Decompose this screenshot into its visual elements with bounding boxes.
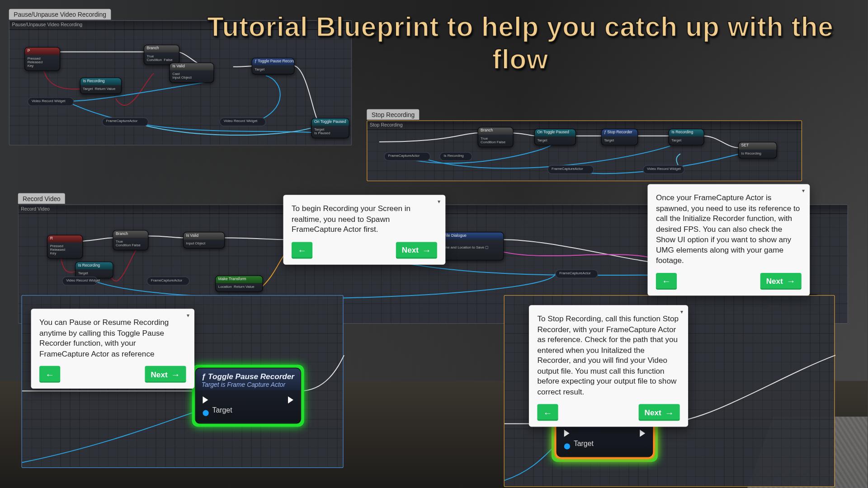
close-icon[interactable]: ▾ <box>187 312 190 318</box>
node-isrecording-stop[interactable]: Is RecordingTarget <box>669 129 704 145</box>
next-button[interactable]: Next→ <box>145 366 186 383</box>
var-video-widget-stop[interactable]: Video Record Widget <box>643 165 684 174</box>
callout-stop: ▾ To Stop Recording, call this function … <box>529 305 688 427</box>
next-button[interactable]: Next→ <box>396 242 437 258</box>
exec-in-pin[interactable] <box>564 430 570 437</box>
exec-in-pin[interactable] <box>203 396 208 404</box>
var-framecapture-stop-1[interactable]: FrameCaptureActor <box>384 152 430 161</box>
node-on-toggle-paused-stop[interactable]: On Toggle PausedTarget <box>534 129 576 145</box>
var-video-widget-1[interactable]: Video Record Widget <box>28 97 74 106</box>
var-framecapture-stop-2[interactable]: FrameCaptureActor <box>547 165 594 174</box>
target-pin[interactable] <box>203 410 208 416</box>
callout-text: You can Pause or Resume Recording anytim… <box>39 317 186 359</box>
fn-icon: ƒ <box>202 372 208 381</box>
callout-text: Once your FrameCapture Actor is spawned,… <box>656 192 802 266</box>
callout-initialize: ▾ Once your FrameCapture Actor is spawne… <box>647 184 810 296</box>
target-pin[interactable] <box>564 443 570 449</box>
arrow-left-icon: ← <box>543 408 552 417</box>
back-button[interactable]: ← <box>537 404 558 421</box>
close-icon[interactable]: ▾ <box>680 309 684 314</box>
var-video-widget-2[interactable]: Video Record Widget <box>219 117 266 127</box>
node-isvalid-2[interactable]: Is RecordingTarget Return Value <box>80 77 122 94</box>
node-stop-recorder-small[interactable]: ƒ Stop RecorderTarget <box>601 129 638 145</box>
exec-out-pin[interactable] <box>288 396 293 404</box>
node-input-event-r[interactable]: RPressedReleasedKey <box>47 235 83 259</box>
callout-begin: ▾ To begin Recording your Screen in real… <box>283 195 446 264</box>
var-vw-rec[interactable]: Video Record Widget <box>62 277 98 286</box>
node-isvalid-1[interactable]: Is ValidCastInput Object <box>170 62 214 83</box>
close-icon[interactable]: ▾ <box>802 188 805 193</box>
node-branch-stop[interactable]: BranchTrueCondition False <box>478 127 514 147</box>
node-branch-rec[interactable]: BranchTrueCondition False <box>113 230 148 250</box>
graph-panel-pause[interactable]: Pause/Unpause Video Recording Pause/Unpa… <box>9 20 352 145</box>
var-framecapture-1[interactable]: FrameCaptureActor <box>102 117 149 127</box>
node-make-transform[interactable]: Make TransformLocation Return Value <box>215 275 263 292</box>
panel-header-stop: Stop Recording <box>368 121 802 130</box>
node-toggle-pause-recorder[interactable]: ƒ Toggle Pause Recorder Target is Frame … <box>192 365 304 427</box>
panel-tab-stop[interactable]: Stop Recording <box>367 109 420 120</box>
next-button[interactable]: Next→ <box>760 273 801 290</box>
var-fc-rec[interactable]: FrameCaptureActor <box>146 277 189 286</box>
panel-tab-pause[interactable]: Pause/Unpause Video Recording <box>9 9 111 20</box>
callout-text: To begin Recording your Screen in realti… <box>292 203 437 235</box>
close-icon[interactable]: ▾ <box>438 198 441 204</box>
panel-header-pause: Pause/Unpause Video Recording <box>9 21 351 30</box>
arrow-right-icon: → <box>171 370 180 379</box>
arrow-right-icon: → <box>665 408 674 417</box>
node-branch-1[interactable]: BranchTrueCondition False <box>144 45 179 65</box>
back-button[interactable]: ← <box>656 273 677 290</box>
exec-out-pin[interactable] <box>640 430 646 437</box>
arrow-left-icon: ← <box>662 277 671 286</box>
back-button[interactable]: ← <box>39 366 60 383</box>
node-toggle-pause-small[interactable]: ƒ Toggle Pause RecorderTarget <box>252 58 295 75</box>
next-button[interactable]: Next→ <box>638 404 679 421</box>
callout-text: To Stop Recording, call this function St… <box>537 314 679 397</box>
node-set-stop[interactable]: SETIs Recording <box>738 142 777 159</box>
callout-pause: ▾ You can Pause or Resume Recording anyt… <box>31 309 194 389</box>
node-on-toggle-paused[interactable]: On Toggle PausedTargetIs Paused <box>311 118 349 138</box>
graph-panel-stop[interactable]: Stop Recording Stop Recording BranchTrue… <box>367 120 802 181</box>
node-input-event-p[interactable]: PPressedReleasedKey <box>24 47 60 71</box>
panel-tab-record[interactable]: Record Video <box>18 193 66 204</box>
node-isrecording-rec[interactable]: Is RecordingTarget <box>75 262 113 278</box>
node-isvalid-rec[interactable]: Is ValidInput Object <box>183 232 225 249</box>
arrow-right-icon: → <box>422 246 431 255</box>
arrow-right-icon: → <box>787 277 796 286</box>
var-fc-rec2[interactable]: FrameCaptureActor <box>555 269 598 278</box>
back-button[interactable]: ← <box>292 242 312 258</box>
arrow-left-icon: ← <box>45 370 54 379</box>
arrow-left-icon: ← <box>297 246 307 255</box>
var-isrecording-stop[interactable]: Is Recording <box>439 152 472 161</box>
